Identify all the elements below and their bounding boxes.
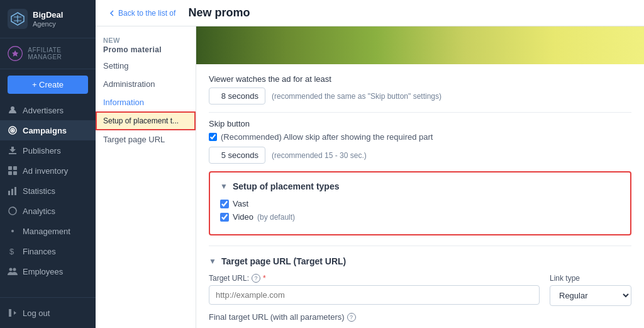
viewer-seconds-input[interactable] <box>209 88 265 105</box>
management-icon <box>8 226 18 236</box>
people-icon <box>8 266 18 276</box>
page-title: New promo <box>188 6 250 20</box>
viewer-hint: (recommended the same as "Skip button" s… <box>272 92 441 101</box>
logout-button[interactable]: Log out <box>0 303 96 323</box>
svg-rect-12 <box>11 189 13 195</box>
sidebar-item-advertisers[interactable]: Advertisers <box>0 100 96 120</box>
viewer-label: Viewer watches the ad for at least <box>209 74 631 84</box>
viewer-row: (recommended the same as "Skip button" s… <box>209 88 631 105</box>
left-nav-information[interactable]: Information <box>96 93 196 111</box>
skip-checkbox-label: (Recommended) Allow skip after showing t… <box>221 132 433 142</box>
skip-seconds-row: (recommended 15 - 30 sec.) <box>209 147 631 164</box>
skip-hint: (recommended 15 - 30 sec.) <box>272 151 367 160</box>
svg-rect-6 <box>9 153 16 154</box>
svg-point-17 <box>9 268 13 271</box>
placement-types-title: Setup of placement types <box>233 181 340 191</box>
svg-point-5 <box>12 130 13 131</box>
final-url-info-icon[interactable]: ? <box>347 313 356 322</box>
left-nav-administration[interactable]: Administration <box>96 75 196 93</box>
download-icon <box>8 145 18 156</box>
role-area: AFFILIATE MANAGER <box>0 38 96 69</box>
logo-area: BigDeal Agency <box>0 0 96 38</box>
target-url-section: ▼ Target page URL (Target URL) Target UR… <box>209 246 631 328</box>
back-arrow-icon <box>108 9 116 17</box>
role-icon <box>8 45 23 62</box>
logo-sub: Agency <box>33 20 63 28</box>
logout-icon <box>8 308 18 318</box>
sidebar: BigDeal Agency AFFILIATE MANAGER + Creat… <box>0 0 96 328</box>
content-layout: New Promo material Setting Administratio… <box>96 26 644 328</box>
grid-icon <box>8 166 18 176</box>
link-type-field: Link type Regular Redirect <box>550 274 631 306</box>
url-field: Target URL: ? * <box>209 274 540 306</box>
left-nav-target-url[interactable]: Target page URL <box>96 130 196 149</box>
svg-rect-10 <box>13 171 17 175</box>
target-icon <box>8 125 18 135</box>
sidebar-footer: Log out <box>0 297 96 328</box>
svg-rect-7 <box>8 166 12 170</box>
content-card: Viewer watches the ad for at least (reco… <box>196 26 644 328</box>
sidebar-item-finances[interactable]: $ Finances <box>0 241 96 261</box>
svg-point-18 <box>13 268 16 271</box>
video-label: Video <box>233 212 253 222</box>
sidebar-item-analytics[interactable]: Analytics <box>0 201 96 221</box>
sidebar-item-publishers[interactable]: Publishers <box>0 140 96 161</box>
skip-seconds-input[interactable] <box>209 147 265 164</box>
card-body: Viewer watches the ad for at least (reco… <box>196 64 644 328</box>
placement-arrow-icon: ▼ <box>220 182 228 191</box>
target-arrow-icon: ▼ <box>209 257 216 266</box>
image-strip <box>196 26 644 64</box>
sidebar-item-statistics[interactable]: Statistics <box>0 181 96 201</box>
sidebar-item-management[interactable]: Management <box>0 221 96 241</box>
video-checkbox-row: Video (by default) <box>220 212 620 222</box>
sidebar-nav: Advertisers Campaigns Publishers Ad inve… <box>0 100 96 297</box>
link-type-label: Link type <box>550 274 631 283</box>
right-content: Viewer watches the ad for at least (reco… <box>196 26 644 328</box>
sidebar-item-campaigns[interactable]: Campaigns <box>0 120 96 140</box>
divider1 <box>209 112 631 113</box>
person-icon <box>8 105 18 115</box>
skip-label: Skip button <box>209 119 631 128</box>
vast-checkbox-row: Vast <box>220 199 620 208</box>
create-button[interactable]: + Create <box>8 76 88 94</box>
left-panel: New Promo material Setting Administratio… <box>96 26 196 328</box>
role-label: AFFILIATE MANAGER <box>28 47 88 60</box>
final-url-row: Final target URL (with all parameters) ? <box>209 312 631 322</box>
target-url-title: Target page URL (Target URL) <box>221 256 346 266</box>
placement-types-header: ▼ Setup of placement types <box>220 181 620 191</box>
svg-text:$: $ <box>9 247 14 256</box>
left-panel-section: New Promo material <box>96 34 196 57</box>
skip-checkbox-row: (Recommended) Allow skip after showing t… <box>209 132 631 142</box>
topbar: Back to the list of New promo <box>96 0 644 26</box>
svg-rect-9 <box>8 171 12 175</box>
left-nav-setup-placement[interactable]: Setup of placement t... <box>96 111 196 130</box>
vast-checkbox[interactable] <box>220 200 229 208</box>
sidebar-item-employees[interactable]: Employees <box>0 261 96 281</box>
viewer-section: Viewer watches the ad for at least (reco… <box>209 74 631 105</box>
logo-name: BigDeal <box>33 10 63 20</box>
dollar-icon: $ <box>8 246 18 256</box>
analytics-icon <box>8 206 18 216</box>
link-type-select[interactable]: Regular Redirect <box>550 285 631 306</box>
left-nav-setting[interactable]: Setting <box>96 57 196 75</box>
target-url-input[interactable] <box>209 285 540 305</box>
video-checkbox[interactable] <box>220 213 229 222</box>
target-url-header: ▼ Target page URL (Target URL) <box>209 256 631 266</box>
url-info-icon[interactable]: ? <box>252 274 260 283</box>
svg-rect-13 <box>14 187 16 195</box>
logo-icon <box>8 9 28 29</box>
svg-rect-8 <box>13 166 17 170</box>
svg-point-15 <box>11 230 14 232</box>
target-url-row: Target URL: ? * Link type <box>209 274 631 306</box>
sidebar-item-ad-inventory[interactable]: Ad inventory <box>0 161 96 181</box>
required-star: * <box>263 274 266 283</box>
bar-chart-icon <box>8 186 18 196</box>
vast-label: Vast <box>233 199 248 208</box>
video-default-label: (by default) <box>257 213 295 222</box>
svg-rect-11 <box>8 191 10 195</box>
main-area: Back to the list of New promo New Promo … <box>96 0 644 328</box>
skip-section: Skip button (Recommended) Allow skip aft… <box>209 119 631 164</box>
back-link[interactable]: Back to the list of <box>108 9 175 18</box>
placement-types-section: ▼ Setup of placement types Vast Video (b… <box>209 171 631 235</box>
skip-checkbox[interactable] <box>209 133 217 141</box>
